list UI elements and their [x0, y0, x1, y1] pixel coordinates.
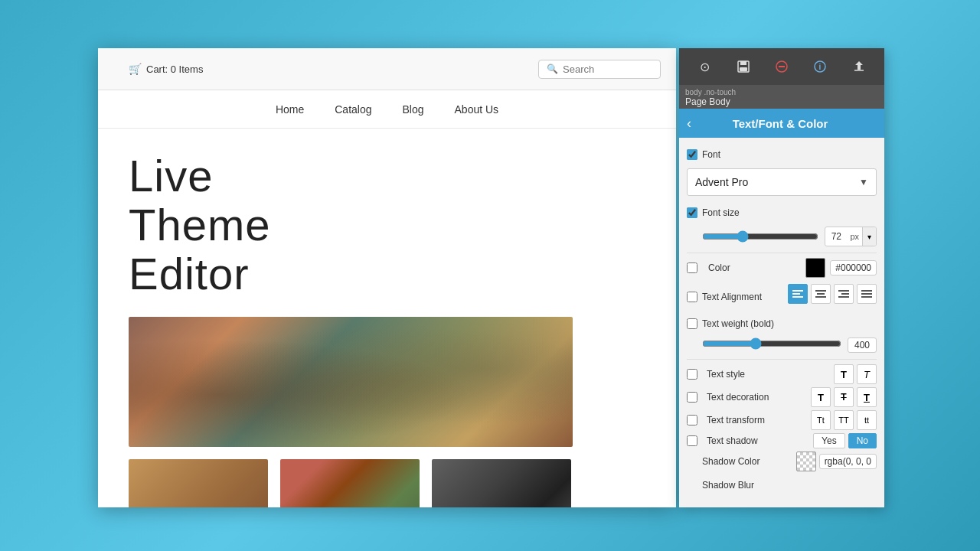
color-label: Color [708, 262, 730, 273]
dropdown-arrow-icon: ▼ [859, 177, 868, 187]
text-shadow-row: Text shadow Yes No [687, 433, 877, 448]
shadow-color-row: Shadow Color rgba(0, 0, 0 [687, 452, 877, 471]
align-justify-button[interactable] [857, 284, 877, 304]
shadow-color-label: Shadow Color [687, 456, 760, 467]
text-align-section-row: Text Alignment [687, 284, 877, 310]
shadow-blur-label: Shadow Blur [687, 480, 754, 491]
panel-toolbar: ⊙ i [679, 48, 884, 85]
text-style-italic-button[interactable]: T [857, 364, 877, 384]
font-size-value: 72 [825, 231, 847, 242]
text-weight-checkbox[interactable] [687, 318, 697, 329]
shadow-color-swatch[interactable] [796, 452, 816, 471]
thumbnail-1 [129, 459, 268, 507]
panel-header: ‹ Text/Font & Color [679, 109, 884, 138]
text-transform-checkbox[interactable] [687, 415, 697, 425]
color-row: Color #000000 [687, 258, 877, 278]
text-style-checkbox[interactable] [687, 369, 697, 380]
svg-text:i: i [819, 63, 822, 71]
thumbnail-2 [280, 459, 420, 507]
toolbar-save-icon[interactable] [733, 56, 754, 77]
color-swatch[interactable] [805, 258, 825, 278]
text-decoration-row: Text decoration T T T [687, 387, 877, 407]
font-weight-slider[interactable] [702, 337, 841, 350]
nav-home[interactable]: Home [276, 103, 304, 116]
font-dropdown[interactable]: Advent Pro ▼ [687, 168, 877, 196]
content-area: Live Theme Editor [98, 129, 676, 507]
text-decoration-underline-button[interactable]: T [857, 387, 877, 407]
svg-rect-2 [740, 67, 747, 71]
text-shadow-no-button[interactable]: No [848, 433, 877, 448]
toolbar-export-icon[interactable] [848, 56, 870, 77]
cart-label: Cart: 0 Items [146, 64, 203, 75]
weight-row: 400 [687, 337, 877, 353]
text-align-label: Text Alignment [702, 292, 762, 302]
color-checkbox[interactable] [687, 262, 697, 273]
text-shadow-checkbox[interactable] [687, 435, 697, 446]
right-panel: ⊙ i body . [679, 48, 884, 507]
font-weight-value: 400 [848, 337, 877, 353]
font-size-unit: px [847, 232, 862, 241]
font-label: Font [702, 149, 720, 160]
font-size-row: 72 px ▾ [687, 227, 877, 246]
bike-image [129, 317, 573, 447]
text-decoration-none-button[interactable]: T [811, 387, 831, 407]
text-transform-label: Text transform [707, 415, 765, 425]
text-transform-row: Text transform Tt TT tt [687, 410, 877, 430]
font-checkbox[interactable] [687, 149, 697, 160]
shadow-blur-row: Shadow Blur [687, 474, 877, 496]
font-size-section-row: Font size [687, 202, 877, 223]
toolbar-info-icon[interactable]: i [809, 56, 831, 77]
text-transform-title-button[interactable]: Tt [811, 410, 831, 430]
text-style-normal-button[interactable]: T [834, 364, 854, 384]
text-align-checkbox[interactable] [687, 292, 697, 302]
text-decoration-label: Text decoration [707, 392, 769, 403]
text-transform-lower-button[interactable]: tt [857, 410, 877, 430]
font-size-checkbox[interactable] [687, 207, 697, 218]
thumbnail-3 [432, 459, 571, 507]
text-style-row: Text style T T [687, 364, 877, 384]
text-shadow-yes-button[interactable]: Yes [813, 433, 845, 448]
header-bar: 🛒 Cart: 0 Items 🔍 [98, 48, 676, 90]
font-value: Advent Pro [695, 176, 748, 188]
align-right-button[interactable] [834, 284, 854, 304]
align-left-button[interactable] [788, 284, 808, 304]
text-weight-label: Text weight (bold) [702, 318, 774, 329]
text-weight-section-row: Text weight (bold) [687, 313, 877, 334]
main-window: 🛒 Cart: 0 Items 🔍 Home Catalog Blog Abou… [98, 48, 676, 507]
element-selector: body .no-touch Page Body [679, 85, 884, 109]
panel-title: Text/Font & Color [697, 117, 863, 130]
text-shadow-label: Text shadow [707, 435, 758, 446]
align-center-button[interactable] [811, 284, 831, 304]
search-input[interactable] [563, 64, 652, 75]
text-decoration-checkbox[interactable] [687, 392, 697, 403]
font-section-row: Font [687, 144, 877, 165]
color-hex: #000000 [830, 260, 877, 276]
shadow-color-value: rgba(0, 0, 0 [819, 454, 877, 469]
nav-blog[interactable]: Blog [403, 103, 424, 116]
search-box[interactable]: 🔍 [538, 60, 661, 79]
text-transform-upper-button[interactable]: TT [834, 410, 854, 430]
back-button[interactable]: ‹ [687, 116, 691, 130]
panel-body: Font Advent Pro ▼ Font size 72 px ▾ Colo… [679, 138, 884, 507]
cart-area: 🛒 Cart: 0 Items [129, 63, 203, 75]
text-style-label: Text style [707, 369, 745, 380]
svg-rect-1 [740, 61, 746, 65]
cart-icon: 🛒 [129, 63, 142, 75]
font-size-arrow[interactable]: ▾ [862, 227, 876, 246]
font-size-slider[interactable] [702, 230, 818, 243]
element-path: body .no-touch [685, 88, 878, 96]
hero-title: Live Theme Editor [129, 152, 645, 298]
element-name: Page Body [685, 96, 878, 107]
font-size-label: Font size [702, 207, 740, 218]
nav-bar: Home Catalog Blog About Us [98, 90, 676, 129]
thumbnail-row [129, 459, 645, 507]
search-icon: 🔍 [547, 64, 558, 74]
text-decoration-strike-button[interactable]: T [834, 387, 854, 407]
nav-about[interactable]: About Us [455, 103, 499, 116]
font-size-input-group: 72 px ▾ [825, 227, 877, 246]
nav-catalog[interactable]: Catalog [335, 103, 371, 116]
toolbar-delete-icon[interactable] [771, 56, 792, 77]
toolbar-target-icon[interactable]: ⊙ [694, 56, 715, 77]
